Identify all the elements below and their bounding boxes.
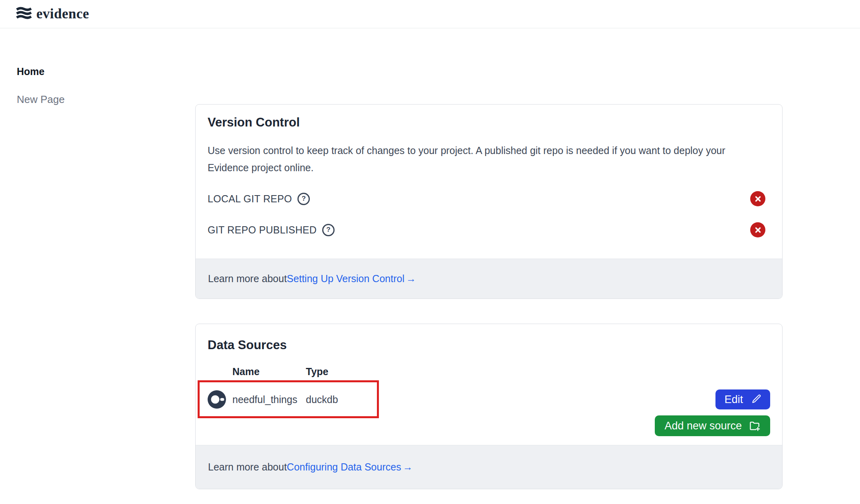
evidence-logo-icon — [16, 7, 32, 21]
version-control-card: Version Control Use version control to k… — [195, 104, 783, 299]
data-sources-footer: Learn more about Configuring Data Source… — [196, 445, 782, 489]
setting-up-version-control-link[interactable]: Setting Up Version Control→ — [287, 273, 416, 285]
sidebar-item-home[interactable]: Home — [17, 66, 195, 77]
configuring-data-sources-link[interactable]: Configuring Data Sources→ — [287, 461, 412, 473]
folder-plus-icon — [749, 420, 761, 432]
local-git-repo-label: LOCAL GIT REPO — [208, 193, 292, 205]
version-control-footer: Learn more about Setting Up Version Cont… — [196, 259, 782, 298]
add-source-row: Add new source — [208, 415, 770, 436]
arrow-right-icon: → — [403, 461, 413, 472]
data-sources-title: Data Sources — [208, 336, 770, 354]
git-repo-published-label: GIT REPO PUBLISHED — [208, 224, 317, 236]
edit-button[interactable]: Edit — [715, 389, 770, 409]
pencil-icon — [750, 394, 761, 405]
table-header: Name Type — [208, 365, 770, 378]
add-new-source-button[interactable]: Add new source — [655, 415, 770, 436]
column-header-type: Type — [306, 366, 329, 378]
data-source-row-wrap: needful_things duckdb Edit — [208, 381, 770, 418]
evidence-logo[interactable]: evidence — [16, 6, 89, 22]
sidebar-item-new-page[interactable]: New Page — [17, 93, 195, 106]
duckdb-icon — [208, 390, 226, 409]
top-bar: evidence — [0, 0, 860, 28]
help-icon[interactable]: ? — [297, 193, 310, 205]
help-icon[interactable]: ? — [322, 224, 335, 236]
table-row: needful_things duckdb — [208, 390, 338, 409]
arrow-right-icon: → — [406, 273, 416, 284]
version-control-description: Use version control to keep track of cha… — [208, 142, 743, 176]
source-type: duckdb — [306, 394, 338, 405]
version-control-title: Version Control — [208, 113, 770, 132]
check-row-local-git-repo: LOCAL GIT REPO ? — [208, 190, 770, 208]
learn-more-text: Learn more about — [208, 273, 287, 285]
main-content: Version Control Use version control to k… — [195, 28, 783, 489]
check-row-git-repo-published: GIT REPO PUBLISHED ? — [208, 221, 770, 239]
data-sources-card: Data Sources Name Type — [195, 324, 783, 489]
sidebar: Home New Page — [0, 28, 195, 106]
status-fail-icon — [750, 222, 765, 237]
learn-more-text: Learn more about — [208, 461, 287, 473]
logo-wordmark: evidence — [36, 6, 89, 22]
column-header-name: Name — [232, 366, 306, 378]
source-name: needful_things — [232, 394, 306, 405]
status-fail-icon — [750, 191, 765, 206]
